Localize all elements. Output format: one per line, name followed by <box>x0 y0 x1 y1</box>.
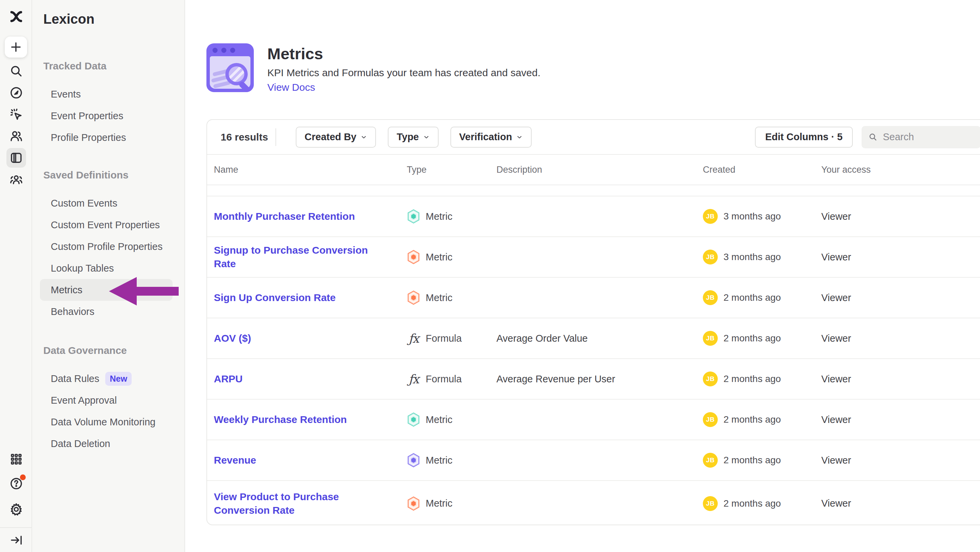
metric-name-link[interactable]: Monthly Purchaser Retention <box>214 210 372 223</box>
view-docs-link[interactable]: View Docs <box>267 81 315 94</box>
main-content: Metrics KPI Metrics and Formulas your te… <box>186 0 980 552</box>
table-row[interactable]: Revenue ƒx Metric <box>207 440 980 481</box>
table-body: Monthly Purchaser Retention ƒx Metric <box>207 196 980 525</box>
sidebar-item-label: Data Rules <box>51 373 99 384</box>
sidebar-item[interactable]: Behaviors <box>40 301 173 322</box>
sidebar-item-label: Events <box>51 89 81 100</box>
sidebar-item[interactable]: Events <box>40 83 173 105</box>
rail-search-button[interactable] <box>0 60 32 82</box>
page-subtitle: KPI Metrics and Formulas your team has c… <box>267 66 541 80</box>
sidebar-item[interactable]: Custom Event Properties <box>40 214 173 236</box>
rail-users-button[interactable] <box>0 125 32 147</box>
sidebar-item[interactable]: Profile Properties <box>40 127 173 148</box>
avatar: JB <box>703 250 718 265</box>
formula-icon: ƒx <box>409 332 418 345</box>
type-label: Formula <box>426 373 461 385</box>
metric-name-link[interactable]: View Product to Purchase Conversion Rate <box>214 490 407 517</box>
metrics-page-icon <box>207 43 254 92</box>
filter-created-by[interactable]: Created By <box>296 127 376 148</box>
sidebar-item-label: Event Properties <box>51 110 123 121</box>
filter-type[interactable]: Type <box>388 127 439 148</box>
compass-icon <box>9 86 23 100</box>
access-cell: Viewer <box>821 455 980 466</box>
avatar: JB <box>703 331 718 346</box>
created-date: 2 months ago <box>724 455 781 466</box>
rail-cohorts-button[interactable] <box>0 169 32 190</box>
collapse-sidebar-button[interactable] <box>0 528 32 552</box>
tracked-data-items: Events Event Properties Profile Properti… <box>32 83 185 148</box>
formula-icon: ƒx <box>409 372 418 386</box>
section-data-governance: Data Governance <box>32 345 185 360</box>
access-cell: Viewer <box>821 292 980 303</box>
metric-name-link[interactable]: Sign Up Conversion Rate <box>214 291 353 305</box>
table-search[interactable] <box>862 126 980 148</box>
table-row-partial <box>207 185 980 196</box>
rail-lexicon-button[interactable] <box>0 147 32 169</box>
metric-name-link[interactable]: Signup to Purchase Conversion Rate <box>214 244 407 271</box>
icon-rail <box>0 0 32 552</box>
plus-icon <box>9 40 23 54</box>
col-header-description[interactable]: Description <box>496 164 703 175</box>
filter-verification[interactable]: Verification <box>450 127 531 148</box>
col-header-access[interactable]: Your access <box>821 164 980 175</box>
collapse-arrow-icon <box>9 533 23 547</box>
col-header-created[interactable]: Created <box>703 164 821 175</box>
sidebar-item-label: Metrics <box>51 284 82 296</box>
gear-icon <box>9 502 23 517</box>
rail-help-button[interactable] <box>0 472 32 497</box>
sidebar-item[interactable]: Data Deletion <box>40 433 173 455</box>
metric-name-link[interactable]: ARPU <box>214 372 259 386</box>
table-row[interactable]: ARPU ƒx Formula Average Revenue per <box>207 359 980 400</box>
sidebar-item[interactable]: Lookup Tables <box>40 257 173 279</box>
create-new-button[interactable] <box>5 37 27 57</box>
sidebar-item[interactable]: Custom Profile Properties <box>40 236 173 257</box>
description-cell: Average Revenue per User <box>496 373 703 385</box>
sidebar-item[interactable]: Custom Events <box>40 192 173 214</box>
col-header-name[interactable]: Name <box>214 164 407 175</box>
avatar: JB <box>703 290 718 305</box>
created-date: 3 months ago <box>724 211 781 222</box>
metric-name-link[interactable]: AOV ($) <box>214 332 268 345</box>
rail-settings-button[interactable] <box>0 497 32 522</box>
sidebar-item-label: Data Volume Monitoring <box>51 416 156 428</box>
sidebar-item[interactable]: Metrics <box>40 279 173 301</box>
new-badge: New <box>105 372 131 386</box>
sidebar-item[interactable]: Data Rules New <box>40 368 173 389</box>
table-row[interactable]: AOV ($) ƒx Formula Average Order Va <box>207 318 980 359</box>
metric-name-link[interactable]: Revenue <box>214 453 273 467</box>
table-row[interactable]: Monthly Purchaser Retention ƒx Metric <box>207 196 980 237</box>
type-icon: ƒx <box>407 290 420 305</box>
access-cell: Viewer <box>821 414 980 425</box>
data-governance-items: Data Rules New Event Approval Data Volum… <box>32 368 185 455</box>
access-cell: Viewer <box>821 211 980 222</box>
mixpanel-logo[interactable] <box>0 0 32 34</box>
apps-grid-icon <box>9 452 23 466</box>
lexicon-sidebar: Lexicon Tracked Data Events Event Proper… <box>32 0 185 552</box>
table-row[interactable]: Sign Up Conversion Rate ƒx Metric <box>207 278 980 318</box>
sidebar-item[interactable]: Event Approval <box>40 389 173 411</box>
sidebar-item[interactable]: Data Volume Monitoring <box>40 411 173 433</box>
rail-events-button[interactable] <box>0 104 32 125</box>
type-icon: ƒx <box>407 453 420 467</box>
search-input[interactable] <box>883 131 974 143</box>
table-row[interactable]: Signup to Purchase Conversion Rate ƒx Me… <box>207 237 980 278</box>
sidebar-item-label: Behaviors <box>51 306 94 317</box>
metric-name-link[interactable]: Weekly Purchase Retention <box>214 413 364 426</box>
edit-columns-button[interactable]: Edit Columns · 5 <box>755 127 853 148</box>
rail-apps-button[interactable] <box>0 447 32 472</box>
table-header-row: Name Type Description Created Your acces… <box>207 155 980 185</box>
avatar: JB <box>703 453 718 467</box>
user-group-icon <box>9 172 23 187</box>
sidebar-item[interactable]: Event Properties <box>40 105 173 127</box>
rail-discover-button[interactable] <box>0 82 32 104</box>
chevron-down-icon <box>516 134 523 140</box>
avatar: JB <box>703 496 718 511</box>
table-row[interactable]: View Product to Purchase Conversion Rate… <box>207 481 980 525</box>
table-row[interactable]: Weekly Purchase Retention ƒx Metric <box>207 400 980 440</box>
created-date: 2 months ago <box>724 292 781 303</box>
col-header-type[interactable]: Type <box>407 164 496 175</box>
active-rail-highlight <box>6 148 26 168</box>
type-label: Metric <box>426 292 452 303</box>
page-title: Metrics <box>267 44 541 64</box>
search-icon <box>9 64 23 78</box>
